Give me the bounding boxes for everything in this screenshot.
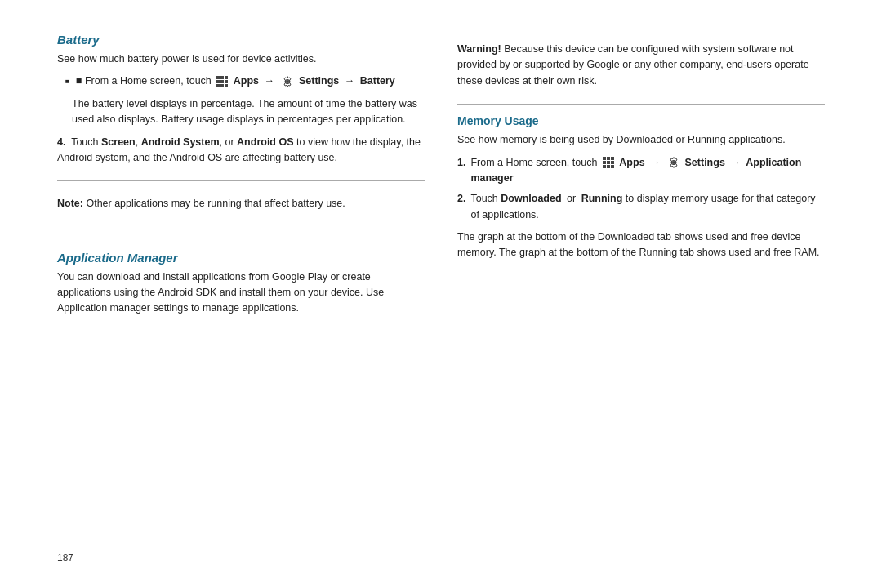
- step1-apps: Apps: [619, 157, 644, 168]
- memory-section: Memory Usage See how memory is being use…: [457, 114, 825, 268]
- step4-screen: Screen: [101, 136, 136, 148]
- memory-step-1: 1. From a Home screen, touch Apps →: [457, 155, 825, 187]
- svg-rect-0: [216, 76, 220, 79]
- apps-grid-icon: [216, 75, 229, 88]
- svg-rect-3: [216, 80, 220, 83]
- svg-point-10: [286, 80, 289, 83]
- app-manager-section: Application Manager You can download and…: [57, 251, 425, 323]
- step1-arrow1: →: [650, 157, 661, 168]
- battery-title: Battery: [57, 33, 425, 47]
- memory-step-2: 2. Touch Downloaded or Running to displa…: [457, 191, 825, 223]
- warning-label: Warning!: [457, 43, 501, 55]
- step4-android-os: Android OS: [237, 136, 293, 148]
- battery-intro: See how much battery power is used for d…: [57, 51, 425, 67]
- step1-arrow2: →: [730, 157, 741, 168]
- divider-2: [57, 234, 425, 234]
- settings-gear-icon-2: [667, 156, 680, 169]
- svg-rect-13: [611, 157, 614, 160]
- arrow1: →: [265, 75, 275, 87]
- step1-content: From a Home screen, touch Apps →: [470, 155, 825, 187]
- memory-intro: See how memory is being used by Download…: [457, 132, 825, 148]
- step4-touch: Touch: [71, 136, 98, 148]
- app-manager-text: You can download and install application…: [57, 270, 425, 317]
- step4-label: 4.: [57, 136, 65, 148]
- arrow2: →: [345, 75, 355, 87]
- page: Battery See how much battery power is us…: [33, 16, 849, 572]
- svg-rect-19: [611, 165, 614, 168]
- battery-bullet-item: ■ From a Home screen, touch Apps →: [65, 74, 425, 89]
- settings-gear-icon: [281, 75, 294, 88]
- svg-rect-14: [603, 161, 606, 164]
- svg-rect-15: [607, 161, 610, 164]
- apps-grid-icon-2: [602, 156, 615, 169]
- step1-num: 1.: [457, 155, 466, 171]
- app-manager-title: Application Manager: [57, 251, 425, 265]
- step2-downloaded: Downloaded: [501, 193, 561, 204]
- step2-running: Running: [581, 193, 623, 204]
- memory-title: Memory Usage: [457, 114, 825, 127]
- warning-text: Warning! Because this device can be conf…: [457, 42, 825, 89]
- svg-rect-1: [220, 76, 224, 79]
- settings-label: Settings: [299, 75, 339, 87]
- bullet-content: From a Home screen, touch Apps →: [85, 74, 395, 89]
- svg-rect-7: [220, 84, 224, 87]
- battery-bullet-list: ■ From a Home screen, touch Apps →: [57, 74, 425, 89]
- warning-block: Warning! Because this device can be conf…: [457, 33, 825, 105]
- svg-rect-12: [607, 157, 610, 160]
- svg-rect-6: [216, 84, 220, 87]
- svg-rect-8: [225, 84, 228, 87]
- note-text: Note: Other applications may be running …: [57, 196, 425, 212]
- step4: 4. Touch Screen, Android System, or Andr…: [57, 135, 425, 167]
- svg-rect-17: [603, 165, 606, 168]
- left-column: Battery See how much battery power is us…: [57, 33, 425, 555]
- svg-rect-2: [225, 76, 228, 79]
- bullet-marker: ■: [76, 74, 85, 89]
- memory-steps: 1. From a Home screen, touch Apps →: [457, 155, 825, 224]
- svg-rect-18: [607, 165, 610, 168]
- svg-rect-5: [225, 80, 228, 83]
- battery-label: Battery: [360, 75, 395, 87]
- step2-num: 2.: [457, 191, 466, 207]
- svg-rect-4: [220, 80, 224, 83]
- battery-detail: The battery level displays in percentage…: [57, 96, 425, 128]
- battery-section: Battery See how much battery power is us…: [57, 33, 425, 172]
- svg-rect-16: [611, 161, 614, 164]
- svg-point-21: [672, 161, 675, 164]
- apps-label: Apps: [234, 75, 259, 87]
- step2-content: Touch Downloaded or Running to display m…: [470, 191, 825, 223]
- svg-rect-11: [603, 157, 606, 160]
- note-label: Note:: [57, 198, 83, 209]
- page-number: 187: [57, 552, 74, 564]
- warning-content: Because this device can be configured wi…: [457, 43, 809, 87]
- note-block: Note: Other applications may be running …: [57, 189, 425, 225]
- step4-android-system: Android System: [141, 136, 220, 148]
- step1-settings: Settings: [685, 157, 725, 168]
- note-content: Other applications may be running that a…: [86, 198, 345, 209]
- right-column: Warning! Because this device can be conf…: [457, 33, 825, 555]
- divider-1: [57, 180, 425, 181]
- memory-detail: The graph at the bottom of the Downloade…: [457, 229, 825, 261]
